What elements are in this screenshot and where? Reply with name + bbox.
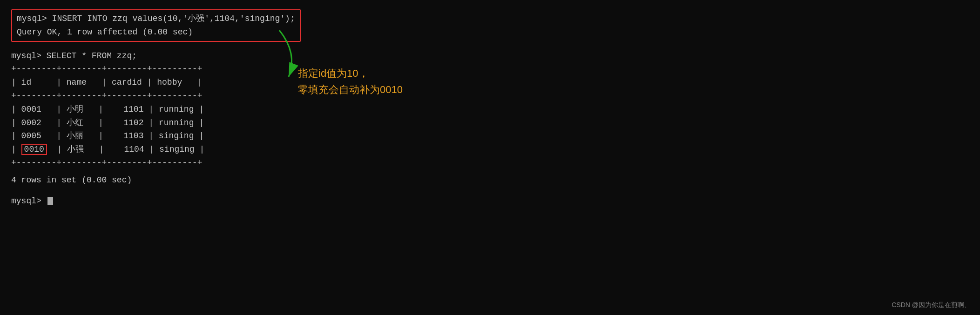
insert-result: Query OK, 1 row affected (0.00 sec) xyxy=(17,26,295,39)
annotation-line1: 指定id值为10， xyxy=(298,65,403,81)
table-sep-header: +--------+--------+--------+---------+ xyxy=(11,89,969,103)
csdn-watermark: CSDN @因为你是在煎啊、 xyxy=(892,301,971,309)
table-row-2: | 0002 | 小红 | 1102 | running | xyxy=(11,116,969,130)
table-row-3: | 0005 | 小丽 | 1103 | singing | xyxy=(11,129,969,143)
select-block: mysql> SELECT * FROM zzq; +--------+----… xyxy=(11,49,969,170)
table-header: | id | name | cardid | hobby | xyxy=(11,76,969,89)
cursor xyxy=(47,197,53,205)
table-row-1: | 0001 | 小明 | 1101 | running | xyxy=(11,103,969,116)
table-row-4: | 0010 | 小强 | 1104 | singing | xyxy=(11,143,969,156)
table-sep-top: +--------+--------+--------+---------+ xyxy=(11,62,969,76)
annotation-line2: 零填充会自动补为0010 xyxy=(298,81,403,98)
annotation-box: 指定id值为10， 零填充会自动补为0010 xyxy=(298,65,403,98)
table-sep-bottom: +--------+--------+--------+---------+ xyxy=(11,156,969,170)
id-highlight: 0010 xyxy=(21,144,47,155)
terminal-window: mysql> INSERT INTO zzq values(10,'小强',11… xyxy=(0,0,980,217)
select-command: mysql> SELECT * FROM zzq; xyxy=(11,49,969,63)
empty-prompt: mysql> xyxy=(11,194,969,208)
row-count: 4 rows in set (0.00 sec) xyxy=(11,174,969,187)
insert-command: mysql> INSERT INTO zzq values(10,'小强',11… xyxy=(17,12,295,26)
insert-block: mysql> INSERT INTO zzq values(10,'小强',11… xyxy=(11,9,301,42)
